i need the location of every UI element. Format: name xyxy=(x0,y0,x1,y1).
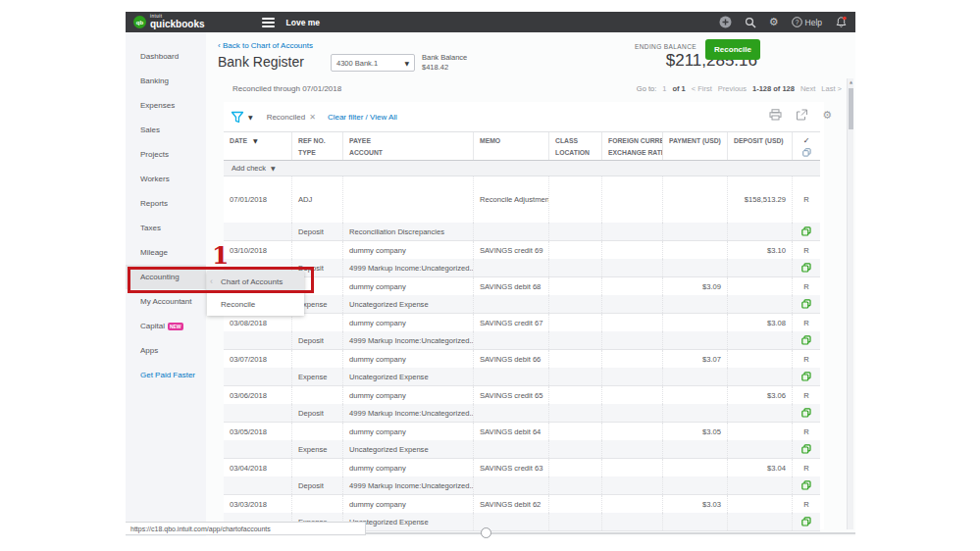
pagination-next[interactable]: Next xyxy=(800,84,815,93)
transaction-line1[interactable]: 03/07/2018dummy companySAVINGS debit 66$… xyxy=(224,350,820,368)
clear-filter-link[interactable]: Clear filter / View All xyxy=(328,113,397,122)
cell-payment-blank xyxy=(663,513,728,530)
table-settings-gear-icon[interactable]: ⚙ xyxy=(822,110,832,121)
vertical-scrollbar-thumb[interactable] xyxy=(849,88,853,129)
sidebar-item-get-paid-faster[interactable]: Get Paid Faster xyxy=(126,363,206,387)
cell-date-blank xyxy=(224,223,292,240)
table-header-row: DATE ▼ REF NO.TYPE PAYEEACCOUNT MEMO CLA… xyxy=(224,131,820,161)
copy-transaction-icon[interactable] xyxy=(801,263,811,273)
sidebar-item-accounting[interactable]: Accounting xyxy=(126,265,206,289)
table-toolbar: ⚙ xyxy=(769,109,832,121)
submenu-item-chart-of-accounts[interactable]: Chart of Accounts xyxy=(207,271,304,293)
transaction-line2[interactable]: ExpenseUncategorized Expense xyxy=(224,295,820,313)
create-plus-icon[interactable] xyxy=(719,16,732,28)
cell-copy-action xyxy=(793,476,820,494)
sidebar-item-capital[interactable]: CapitalNEW xyxy=(126,314,206,338)
scroll-up-arrow-icon[interactable]: ▲ xyxy=(848,79,854,84)
transaction-line2[interactable]: ExpenseUncategorized Expense xyxy=(224,368,820,385)
sidebar-item-apps[interactable]: Apps xyxy=(126,338,206,363)
cell-class xyxy=(549,495,602,513)
transaction-line1[interactable]: 03/04/2018dummy companySAVINGS credit 63… xyxy=(224,459,820,476)
sidebar-item-dashboard[interactable]: Dashboard xyxy=(126,44,206,69)
sidebar-item-workers[interactable]: Workers xyxy=(126,167,206,191)
cell-location xyxy=(549,295,602,313)
quickbooks-logo[interactable]: qb intuit quickbooks xyxy=(133,15,205,30)
cell-class xyxy=(549,314,602,331)
pagination-last[interactable]: Last > xyxy=(821,84,842,93)
search-icon[interactable] xyxy=(745,17,756,28)
horizontal-scrollbar-handle[interactable] xyxy=(481,527,491,538)
sidebar-item-reports[interactable]: Reports xyxy=(126,191,206,216)
copy-transaction-icon[interactable] xyxy=(801,444,811,454)
cell-location xyxy=(549,513,602,530)
reconcile-button[interactable]: Reconcile xyxy=(705,39,760,60)
cell-account: 4999 Markup Income:Uncategorized... xyxy=(343,404,474,422)
sidebar-item-projects[interactable]: Projects xyxy=(126,142,206,167)
cell-exchange-rate xyxy=(602,513,663,530)
column-header-reconcile-status: ✓ xyxy=(793,132,820,160)
sidebar-item-my-accountant[interactable]: My Accountant xyxy=(126,289,206,314)
pagination-previous[interactable]: Previous xyxy=(718,84,747,93)
company-name-menu[interactable]: Love me xyxy=(286,18,321,27)
ending-balance-label: ENDING BALANCE xyxy=(635,43,696,50)
transaction-line2[interactable]: Deposit4999 Markup Income:Uncategorized.… xyxy=(224,331,820,349)
back-to-chart-of-accounts-link[interactable]: ‹ Back to Chart of Accounts xyxy=(218,41,313,50)
export-icon[interactable] xyxy=(796,109,808,121)
cell-exchange-rate xyxy=(602,259,663,276)
column-header-payee-account: PAYEEACCOUNT xyxy=(343,132,474,160)
help-menu[interactable]: ? Help xyxy=(792,17,822,27)
goto-page-input[interactable]: 1 xyxy=(662,84,666,93)
copy-transaction-icon[interactable] xyxy=(801,226,811,236)
cell-deposit-blank xyxy=(728,368,793,385)
account-selector-dropdown[interactable]: 4300 Bank.1 ▼ xyxy=(331,54,415,72)
cell-date-blank xyxy=(224,404,292,422)
transaction-row: 03/09/2018dummy companySAVINGS debit 68$… xyxy=(224,277,820,314)
transaction-line2[interactable]: Deposit4999 Markup Income:Uncategorized.… xyxy=(224,476,820,494)
add-check-button[interactable]: Add check ▼ xyxy=(224,161,820,176)
cell-location xyxy=(549,223,602,240)
filter-funnel-icon[interactable] xyxy=(231,111,244,124)
sidebar-item-taxes[interactable]: Taxes xyxy=(126,216,206,240)
transaction-line2[interactable]: DepositReconciliation Discrepancies xyxy=(224,223,820,240)
quickbooks-app-window: qb intuit quickbooks Love me ⚙ ? Help xyxy=(126,12,855,536)
transaction-line1[interactable]: 07/01/2018ADJReconcile Adjustment$158,51… xyxy=(224,176,820,223)
print-icon[interactable] xyxy=(769,109,782,121)
transaction-line2[interactable]: Deposit4999 Markup Income:Uncategorized.… xyxy=(224,259,820,276)
cell-status: R xyxy=(793,176,820,223)
transaction-line2[interactable]: Deposit4999 Markup Income:Uncategorized.… xyxy=(224,404,820,422)
register-rows: Add check ▼ 07/01/2018ADJReconcile Adjus… xyxy=(224,161,820,531)
topbar-actions: ⚙ ? Help xyxy=(719,12,848,32)
transaction-line1[interactable]: 03/10/2018dummy companySAVINGS credit 69… xyxy=(224,241,820,259)
submenu-item-reconcile[interactable]: Reconcile xyxy=(207,293,304,316)
transaction-line1[interactable]: 03/08/2018dummy companySAVINGS credit 67… xyxy=(224,314,820,331)
cell-memo: SAVINGS debit 64 xyxy=(474,423,549,440)
hamburger-menu-icon[interactable] xyxy=(262,18,275,27)
notifications-bell-icon[interactable] xyxy=(835,16,848,28)
transaction-line1[interactable]: 03/06/2018dummy companySAVINGS credit 65… xyxy=(224,386,820,404)
pagination-first[interactable]: < First xyxy=(692,84,712,93)
copy-transaction-icon[interactable] xyxy=(801,335,811,345)
cell-exchange-rate xyxy=(602,368,663,385)
transaction-line1[interactable]: 03/03/2018dummy companySAVINGS debit 62$… xyxy=(224,495,820,513)
copy-transaction-icon[interactable] xyxy=(801,408,811,418)
filter-chip-close-icon[interactable]: ✕ xyxy=(309,113,316,122)
cell-memo: SAVINGS debit 62 xyxy=(474,495,549,513)
transaction-line1[interactable]: 03/09/2018dummy companySAVINGS debit 68$… xyxy=(224,277,820,295)
cell-payment xyxy=(663,386,728,404)
copy-transaction-icon[interactable] xyxy=(801,299,811,309)
copy-transaction-icon[interactable] xyxy=(801,480,811,490)
filter-dropdown-caret-icon[interactable]: ▼ xyxy=(248,114,253,121)
sidebar-item-expenses[interactable]: Expenses xyxy=(126,93,206,118)
transaction-line1[interactable]: 03/05/2018dummy companySAVINGS debit 64$… xyxy=(224,423,820,440)
sidebar-item-banking[interactable]: Banking xyxy=(126,69,206,93)
copy-transaction-icon[interactable] xyxy=(801,372,811,381)
sidebar-item-sales[interactable]: Sales xyxy=(126,118,206,142)
cell-payment-blank xyxy=(663,440,728,458)
sidebar-item-mileage[interactable]: Mileage xyxy=(126,240,206,265)
copy-transaction-icon[interactable] xyxy=(801,517,811,526)
vertical-scrollbar[interactable]: ▲ xyxy=(847,78,853,529)
column-header-date[interactable]: DATE ▼ xyxy=(224,132,292,160)
transaction-line2[interactable]: ExpenseUncategorized Expense xyxy=(224,440,820,458)
gear-icon[interactable]: ⚙ xyxy=(769,17,779,27)
transaction-row: 03/05/2018dummy companySAVINGS debit 64$… xyxy=(224,423,820,459)
